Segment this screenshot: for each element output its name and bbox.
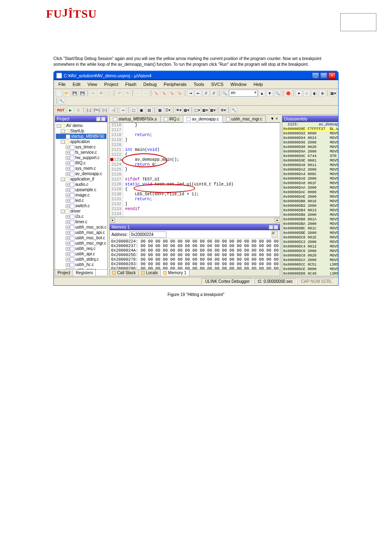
undo-icon[interactable]: ↶ xyxy=(116,90,123,97)
tree-file[interactable]: +i2s.c xyxy=(56,214,106,219)
find-prev-icon[interactable]: ▲ xyxy=(258,90,265,97)
bookmark-clear-icon[interactable]: 🔖 xyxy=(176,90,183,97)
debug-icon[interactable]: 🔴 xyxy=(285,90,292,97)
tree-file[interactable]: startup_MB9BF50 xyxy=(56,134,106,139)
project-tab[interactable]: Project xyxy=(55,270,73,276)
tree-file[interactable]: +sys_timer.c xyxy=(56,144,106,150)
scroll-right-icon[interactable]: ▸ xyxy=(274,218,280,223)
tree-group[interactable]: -StartUp xyxy=(56,128,106,134)
uncomment-icon[interactable]: // xyxy=(210,90,217,97)
outdent-icon[interactable]: ⇤ xyxy=(195,90,202,97)
scroll-left-icon[interactable]: ◂ xyxy=(109,218,115,223)
menu-view[interactable]: View xyxy=(85,81,100,88)
menu-svcs[interactable]: SVCS xyxy=(208,81,226,88)
editor-tab[interactable]: startup_MB9BF50x.s xyxy=(109,116,160,122)
stop-icon[interactable]: ⊘ xyxy=(75,106,82,113)
editor-hscroll[interactable]: ◂ ▸ xyxy=(109,217,280,223)
project-tree[interactable]: -AV demo -StartUp startup_MB9BF50 -appli… xyxy=(55,122,107,269)
tree-file[interactable]: +usbh_msc_bot.c xyxy=(56,235,106,240)
tree-file[interactable]: +usbh_msc_api.c xyxy=(56,230,106,235)
forward-icon[interactable]: → xyxy=(142,90,149,97)
memory-tab[interactable]: Memory 1 xyxy=(161,270,189,276)
menu-edit[interactable]: Edit xyxy=(70,81,83,88)
tab-overflow[interactable]: ▼ × xyxy=(268,116,281,122)
editor-tab[interactable]: av_demoapp.c xyxy=(183,116,223,123)
registers-win-icon[interactable]: ▦ xyxy=(157,106,164,113)
open-icon[interactable]: 📂 xyxy=(63,90,70,97)
show-next-icon[interactable]: ⇨ xyxy=(120,106,127,113)
indent-icon[interactable]: ⇥ xyxy=(187,90,194,97)
tree-group[interactable]: -driver xyxy=(56,208,106,214)
menu-debug[interactable]: Debug xyxy=(141,81,159,88)
tree-file[interactable]: +usbh_msc_scsi.c xyxy=(56,224,106,230)
breakpoint-disable-icon[interactable]: ◐ xyxy=(311,90,318,97)
tree-file[interactable]: +IRQ.c xyxy=(56,160,106,166)
tree-file[interactable]: +usbh_msc_mgr.c xyxy=(56,240,106,246)
copy-icon[interactable]: ⧉ xyxy=(97,90,104,97)
new-file-icon[interactable]: 📄 xyxy=(55,90,62,97)
editor-tab[interactable]: usbh_msc_mgr.c xyxy=(222,116,266,122)
close-button[interactable]: × xyxy=(328,72,336,79)
tree-file[interactable]: +audio.c xyxy=(56,182,106,187)
panel-auto-hide-icon[interactable]: ▸ xyxy=(269,225,273,229)
breakpoint-kill-icon[interactable]: ⊗ xyxy=(319,90,326,97)
find-next-icon[interactable]: ▼ xyxy=(266,90,273,97)
panel-auto-hide-icon[interactable]: ▸ xyxy=(96,117,101,121)
disasm-win-icon[interactable]: ▣ xyxy=(138,106,145,113)
reset-button[interactable]: RST xyxy=(55,107,66,113)
tree-root[interactable]: -AV demo xyxy=(56,123,106,128)
tree-file[interactable]: +sys_mem.c xyxy=(56,166,106,171)
find-infiles-icon[interactable]: 🔍 xyxy=(274,90,281,97)
step-icon[interactable]: {↓} xyxy=(85,106,92,113)
minimize-button[interactable]: _ xyxy=(312,72,319,79)
tree-file[interactable]: +image.c xyxy=(56,192,106,198)
menu-window[interactable]: Window xyxy=(228,81,249,88)
tree-file[interactable]: +usbh_api.c xyxy=(56,251,106,257)
tree-file[interactable]: +led.c xyxy=(56,198,106,203)
callstack-tab[interactable]: Call Stack xyxy=(110,270,138,276)
panel-close-icon[interactable]: × xyxy=(101,117,106,121)
find-combo[interactable]: en xyxy=(229,90,258,97)
serial-win-icon[interactable]: ▢▾ xyxy=(194,106,201,113)
find-icon[interactable]: 🔍 xyxy=(221,90,228,97)
tree-file[interactable]: +usbh_req.c xyxy=(56,246,106,251)
tree-file[interactable]: +switch.c xyxy=(56,203,106,208)
maximize-button[interactable]: □ xyxy=(320,72,327,79)
tree-file[interactable]: +usbh_hc.c xyxy=(56,262,106,267)
memory-win-icon[interactable]: ▦▾ xyxy=(183,106,190,113)
redo-icon[interactable]: ↷ xyxy=(124,90,131,97)
run-to-cursor-icon[interactable]: →| xyxy=(109,106,116,113)
locals-tab[interactable]: Locals xyxy=(138,270,161,276)
menu-project[interactable]: Project xyxy=(101,81,121,88)
callstack-win-icon[interactable]: ☰▾ xyxy=(164,106,171,113)
paste-icon[interactable]: 📋 xyxy=(105,90,112,97)
configure-icon[interactable]: 🔧 xyxy=(58,97,65,104)
save-icon[interactable]: 💾 xyxy=(71,90,78,97)
comment-icon[interactable]: // xyxy=(203,90,210,97)
memory-refresh-icon[interactable]: ⟳ xyxy=(272,231,278,238)
window-layout-icon[interactable]: ▦▾ xyxy=(330,90,337,97)
tree-file[interactable]: +timer.c xyxy=(56,219,106,224)
bookmark-prev-icon[interactable]: 🔖 xyxy=(161,90,168,97)
menu-help[interactable]: Help xyxy=(251,81,266,88)
analysis-win-icon[interactable]: ▦▾ xyxy=(201,106,208,113)
tree-file[interactable]: +usbh_stdrq.c xyxy=(56,257,106,262)
disasm-listing[interactable]: 2123: av_demoapp_main();0x00000D8E F7FFF… xyxy=(282,122,339,276)
back-icon[interactable]: ← xyxy=(134,90,141,97)
breakpoint-enable-icon[interactable]: ○ xyxy=(303,90,310,97)
trace-win-icon[interactable]: ▦▾ xyxy=(209,106,216,113)
command-win-icon[interactable]: ▢ xyxy=(130,106,137,113)
breakpoint-insert-icon[interactable]: ● xyxy=(295,90,302,97)
titlebar[interactable]: C:¥AV_solution¥AV_demo.uvproj - µVision4… xyxy=(54,71,338,80)
menu-file[interactable]: File xyxy=(55,81,69,88)
step-over-icon[interactable]: {↷} xyxy=(93,106,100,113)
tree-group[interactable]: -application xyxy=(56,139,106,144)
tree-file[interactable]: +fs_service.c xyxy=(56,150,106,155)
toolbox-icon[interactable]: 🔧 xyxy=(231,106,238,113)
memory-dump[interactable]: 0x20000224: 00 00 00 00 00 00 00 00 00 0… xyxy=(110,239,280,269)
cut-icon[interactable]: ✂ xyxy=(90,90,97,97)
tree-group[interactable]: -application_if xyxy=(56,176,106,182)
editor-tab[interactable]: IRQ.c xyxy=(160,116,184,122)
step-out-icon[interactable]: {↑} xyxy=(101,106,108,113)
menu-flash[interactable]: Flash xyxy=(122,81,139,88)
